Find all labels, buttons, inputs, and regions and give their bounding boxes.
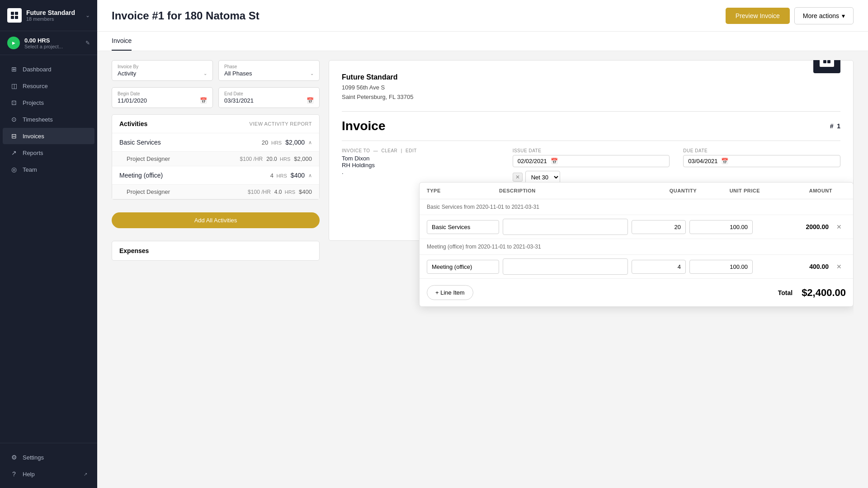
li-remove-button-1[interactable]: ✕	[832, 263, 846, 270]
end-date-calendar-icon[interactable]: 📅	[307, 97, 314, 104]
li-row-1: 400.00 ✕	[420, 255, 853, 279]
sidebar-item-timesheets[interactable]: ⊙ Timesheets	[3, 111, 94, 127]
view-report-link[interactable]: VIEW ACTIVITY REPORT	[249, 121, 312, 127]
add-all-activities-button[interactable]: Add All Activities	[112, 212, 320, 228]
col-price-header: UNIT PRICE	[697, 188, 760, 193]
li-qty-input-1[interactable]	[632, 260, 686, 274]
li-qty-input-0[interactable]	[632, 220, 686, 234]
invoice-by-select[interactable]: Invoice By Activity ⌄	[112, 60, 213, 81]
end-date-value: 03/31/2021 📅	[224, 97, 314, 104]
help-icon: ?	[10, 470, 18, 478]
timer-hours: 0.00 HRS	[24, 37, 85, 44]
activity-hrs-1: 4 HRS	[270, 172, 287, 179]
more-actions-button[interactable]: More actions ▾	[794, 7, 854, 24]
timer-section[interactable]: 0.00 HRS Select a project... ✎	[0, 31, 97, 55]
activity-chevron-icon-0[interactable]: ∧	[308, 140, 312, 145]
sub-row-0: Project Designer $100 /HR 20.0 HRS $2,00…	[112, 151, 319, 166]
li-price-input-1[interactable]	[689, 260, 753, 274]
add-line-item-button[interactable]: + Line Item	[427, 285, 473, 300]
expenses-section: Expenses	[112, 241, 320, 261]
invoice-to-group: INVOICE TO — CLEAR | EDIT Tom Dixon RH H…	[342, 148, 499, 184]
sub-amount-1: $400	[299, 188, 312, 195]
dashboard-icon: ⊞	[10, 66, 18, 73]
invoice-label: Invoice	[342, 119, 385, 133]
phase-value: All Phases ⌄	[224, 70, 314, 77]
sidebar-item-help[interactable]: ? Help ↗	[3, 466, 94, 482]
sidebar-item-label: Projects	[23, 99, 44, 106]
li-type-input-1[interactable]	[427, 260, 499, 274]
logo	[7, 8, 22, 23]
li-price-input-0[interactable]	[689, 220, 753, 234]
net-clear-button[interactable]: ✕	[513, 173, 523, 182]
sidebar-item-label: Settings	[23, 454, 44, 461]
sidebar-item-team[interactable]: ◎ Team	[3, 161, 94, 178]
expenses-title: Expenses	[119, 247, 149, 254]
org-chevron-icon: ⌄	[85, 12, 90, 19]
timer-play-icon[interactable]	[7, 37, 20, 49]
org-name: Future Standard	[26, 9, 85, 16]
sidebar-bottom: ⚙ Settings ? Help ↗	[0, 443, 97, 488]
timesheets-icon: ⊙	[10, 116, 18, 123]
phase-arrow-icon: ⌄	[310, 71, 314, 76]
col-type-header: TYPE	[427, 188, 499, 193]
company-name: Future Standard	[342, 73, 840, 81]
li-remove-button-0[interactable]: ✕	[832, 223, 846, 230]
client-company: RH Holdings	[342, 162, 499, 169]
activity-amount-1: $400	[291, 172, 305, 179]
activity-name-1: Meeting (office)	[119, 172, 270, 179]
svg-rect-1	[15, 12, 18, 15]
activity-amount-0: $2,000	[285, 139, 305, 146]
company-address: 1099 56th Ave S Saint Petersburg, FL 337…	[342, 83, 840, 102]
activity-chevron-icon-1[interactable]: ∧	[308, 173, 312, 178]
sidebar-item-invoices[interactable]: ⊟ Invoices	[3, 128, 94, 144]
svg-rect-3	[15, 16, 18, 19]
line-items-overlay: TYPE DESCRIPTION QUANTITY UNIT PRICE AMO…	[419, 182, 854, 307]
org-header[interactable]: Future Standard 18 members ⌄	[0, 0, 97, 31]
sidebar-item-settings[interactable]: ⚙ Settings	[3, 449, 94, 465]
begin-date-group[interactable]: Begin Date 11/01/2020 📅	[112, 87, 213, 108]
clear-link[interactable]: CLEAR	[381, 148, 397, 153]
end-date-label: End Date	[224, 91, 314, 96]
li-total-value: $2,400.00	[802, 287, 846, 299]
sub-rate-1: $100 /HR	[248, 189, 271, 195]
preview-invoice-button[interactable]: Preview Invoice	[726, 8, 790, 24]
invoices-icon: ⊟	[10, 132, 18, 140]
activity-row-0: Basic Services 20 HRS $2,000 ∧	[112, 133, 319, 151]
tab-invoice[interactable]: Invoice	[112, 32, 132, 51]
chevron-down-icon: ▾	[842, 12, 845, 19]
timer-edit-icon[interactable]: ✎	[85, 40, 90, 46]
timer-project-select[interactable]: Select a project...	[24, 44, 85, 49]
phase-select[interactable]: Phase All Phases ⌄	[218, 60, 320, 81]
help-external-icon: ↗	[84, 472, 87, 477]
end-date-group[interactable]: End Date 03/31/2021 📅	[218, 87, 320, 108]
li-footer: + Line Item Total $2,400.00	[420, 279, 853, 306]
main-content: Invoice #1 for 180 Natoma St Preview Inv…	[97, 0, 868, 488]
invoice-by-label: Invoice By	[118, 64, 207, 69]
sub-rate-0: $100 /HR	[240, 156, 263, 162]
li-desc-input-0[interactable]	[503, 219, 628, 235]
li-type-input-0[interactable]	[427, 220, 499, 234]
sidebar-item-resource[interactable]: ◫ Resource	[3, 78, 94, 94]
line-items-header: TYPE DESCRIPTION QUANTITY UNIT PRICE AMO…	[420, 183, 853, 199]
edit-link[interactable]: EDIT	[406, 148, 417, 153]
due-date-input[interactable]: 03/04/2021 📅	[683, 155, 840, 167]
svg-rect-6	[823, 60, 826, 63]
sub-hrs-0: 20.0 HRS	[266, 156, 290, 162]
col-desc-header: DESCRIPTION	[499, 188, 642, 193]
sidebar-item-projects[interactable]: ⊡ Projects	[3, 94, 94, 111]
invoice-number: # 1	[830, 122, 840, 130]
sidebar-item-reports[interactable]: ↗ Reports	[3, 145, 94, 161]
issue-date-group: ISSUE DATE 02/02/2021 📅 ✕ Net 30	[513, 148, 670, 184]
activity-name-0: Basic Services	[119, 139, 262, 146]
sidebar-item-label: Reports	[23, 150, 43, 156]
li-desc-input-1[interactable]	[503, 258, 628, 275]
activity-group-1: Meeting (office) 4 HRS $400 ∧ Project De…	[112, 166, 319, 199]
begin-date-calendar-icon[interactable]: 📅	[200, 97, 207, 104]
sidebar-item-dashboard[interactable]: ⊞ Dashboard	[3, 61, 94, 77]
li-amount-0: 2000.00	[756, 223, 829, 230]
filters-row: Invoice By Activity ⌄ Phase All Phases ⌄	[112, 60, 320, 81]
resource-icon: ◫	[10, 82, 18, 89]
issue-date-input[interactable]: 02/02/2021 📅	[513, 155, 670, 167]
phase-label: Phase	[224, 64, 314, 69]
svg-rect-2	[11, 16, 14, 19]
